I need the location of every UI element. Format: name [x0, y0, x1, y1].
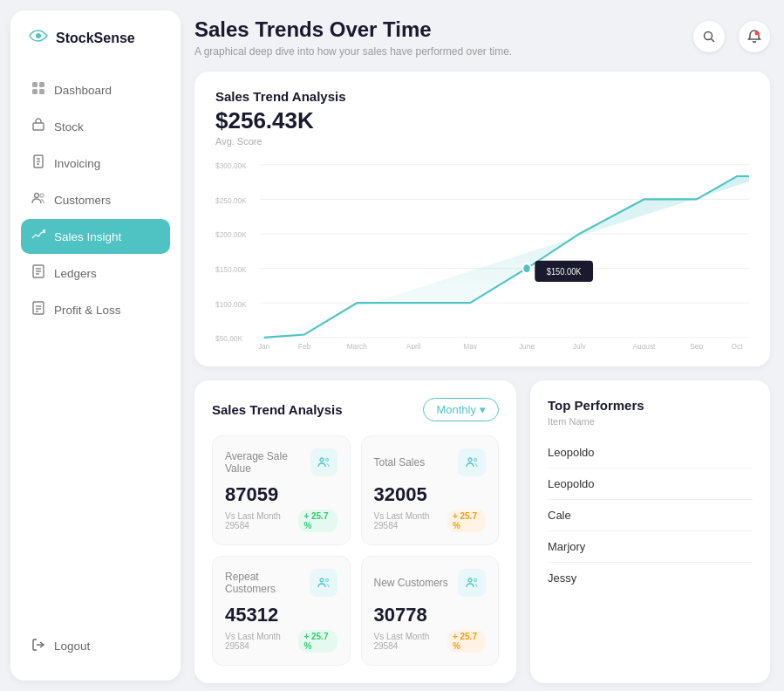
stats-grid: Average Sale Value 87059 Vs Last: [212, 435, 499, 666]
svg-line-23: [712, 39, 715, 43]
svg-point-24: [755, 31, 760, 36]
svg-rect-17: [33, 302, 44, 314]
stat-badge-new: + 25.7 %: [447, 630, 486, 653]
sidebar: StockSense Dashboard Stock: [10, 10, 181, 681]
svg-point-10: [35, 194, 39, 198]
stat-value-total: 32005: [374, 483, 487, 506]
svg-point-58: [474, 579, 477, 582]
svg-text:Jan: Jan: [258, 341, 269, 349]
svg-text:Feb: Feb: [298, 341, 310, 349]
sales-insight-icon: [31, 228, 45, 245]
customers-icon: [31, 191, 45, 209]
stat-repeat-customers: Repeat Customers 45312 Vs Last M: [212, 556, 351, 666]
svg-text:$150.00K: $150.00K: [547, 267, 582, 277]
stat-new-customers: New Customers 30778 Vs Last Mont: [361, 556, 500, 666]
svg-point-11: [40, 194, 44, 197]
performer-row: Cale: [548, 500, 753, 531]
sidebar-item-profit-loss[interactable]: Profit & Loss: [21, 292, 170, 327]
svg-text:$250.00K: $250.00K: [215, 195, 247, 205]
svg-text:March: March: [347, 341, 367, 349]
logout-icon: [31, 638, 45, 654]
stat-footer-avg: Vs Last Month 29584 + 25.7 %: [225, 510, 337, 532]
stat-average-sale-value: Average Sale Value 87059 Vs Last: [212, 435, 351, 545]
app-name: StockSense: [56, 31, 135, 46]
stat-vs-total: Vs Last Month 29584: [374, 511, 440, 530]
svg-point-51: [320, 458, 324, 462]
svg-text:May: May: [463, 341, 477, 349]
stat-value-new: 30778: [374, 604, 487, 626]
main-content: Sales Trends Over Time A graphical deep …: [191, 0, 784, 691]
sales-trend-chart-card: Sales Trend Analysis $256.43K Avg. Score…: [194, 72, 770, 366]
chart-avg-label: Avg. Score: [215, 136, 749, 147]
sidebar-item-dashboard[interactable]: Dashboard: [21, 72, 170, 107]
sidebar-item-ledgers[interactable]: Ledgers: [21, 256, 170, 291]
sidebar-label-ledgers: Ledgers: [54, 267, 97, 280]
stats-card: Sales Trend Analysis Monthly ▾ Average S…: [194, 380, 516, 683]
header-actions: [693, 17, 770, 52]
performer-row: Marjory: [548, 531, 753, 563]
sidebar-item-customers[interactable]: Customers: [21, 182, 170, 217]
bottom-row: Sales Trend Analysis Monthly ▾ Average S…: [194, 380, 770, 683]
sidebar-item-invoicing[interactable]: Invoicing: [21, 146, 170, 181]
stat-icon-new: [458, 569, 486, 597]
svg-point-56: [325, 579, 328, 582]
logo-icon: [28, 28, 49, 48]
svg-rect-4: [39, 89, 44, 94]
period-label: Monthly: [436, 403, 476, 416]
sidebar-label-sales-insight: Sales Insight: [54, 230, 121, 243]
notification-button[interactable]: [739, 21, 770, 52]
svg-text:$300.00K: $300.00K: [215, 161, 247, 171]
stat-total-sales: Total Sales 32005 Vs Last Month: [361, 435, 500, 545]
stat-label-repeat: Repeat Customers: [225, 571, 310, 595]
svg-rect-5: [33, 123, 44, 130]
stat-vs-new: Vs Last Month 29584: [374, 632, 440, 651]
stat-header-total: Total Sales: [374, 448, 487, 476]
svg-text:Sep: Sep: [690, 341, 703, 349]
sidebar-label-dashboard: Dashboard: [54, 84, 112, 97]
svg-point-55: [320, 578, 324, 582]
svg-point-37: [522, 263, 530, 273]
performer-row: Jessy: [548, 563, 753, 593]
stat-header-repeat: Repeat Customers: [225, 569, 337, 597]
stat-badge-repeat: + 25.7 %: [298, 630, 337, 653]
svg-text:June: June: [519, 341, 535, 349]
ledgers-icon: [31, 264, 45, 282]
page-header: Sales Trends Over Time A graphical deep …: [194, 14, 770, 58]
chart-value: $256.43K: [215, 107, 749, 134]
stats-title: Sales Trend Analysis: [212, 402, 343, 417]
svg-text:$200.00K: $200.00K: [215, 230, 247, 240]
stock-icon: [31, 118, 45, 135]
svg-rect-3: [32, 89, 37, 94]
logo: StockSense: [21, 28, 170, 48]
stat-vs-repeat: Vs Last Month 29584: [225, 632, 291, 651]
sidebar-label-stock: Stock: [54, 120, 84, 133]
stat-icon-repeat: [310, 569, 337, 597]
sidebar-label-profit-loss: Profit & Loss: [54, 304, 121, 317]
stat-icon-total: [458, 448, 486, 476]
search-button[interactable]: [693, 21, 725, 52]
stat-badge-total: + 25.7 %: [447, 510, 486, 532]
svg-text:July: July: [573, 341, 586, 349]
svg-text:$100.00K: $100.00K: [215, 299, 247, 309]
period-selector-button[interactable]: Monthly ▾: [423, 398, 499, 421]
svg-point-53: [468, 458, 472, 462]
dashboard-icon: [31, 81, 45, 99]
svg-rect-2: [39, 82, 44, 87]
svg-text:$50.00K: $50.00K: [215, 334, 242, 344]
logout-button[interactable]: Logout: [21, 629, 170, 663]
sidebar-item-stock[interactable]: Stock: [21, 109, 170, 144]
stat-label-new: New Customers: [374, 577, 448, 589]
svg-point-12: [44, 230, 46, 233]
chart-title: Sales Trend Analysis: [215, 89, 749, 104]
stat-icon-avg: [310, 448, 337, 476]
svg-point-57: [468, 578, 472, 582]
page-title: Sales Trends Over Time: [194, 17, 512, 42]
stat-label-total: Total Sales: [374, 456, 426, 469]
stat-vs-avg: Vs Last Month 29584: [225, 511, 291, 530]
invoicing-icon: [31, 154, 45, 172]
chart-area: $300.00K $250.00K $200.00K $150.00K $100…: [215, 157, 749, 349]
stat-value-repeat: 45312: [225, 604, 337, 626]
profit-loss-icon: [31, 301, 45, 318]
sidebar-item-sales-insight[interactable]: Sales Insight: [21, 219, 170, 254]
performers-card: Top Performers Item Name LeopoldoLeopold…: [530, 380, 770, 683]
